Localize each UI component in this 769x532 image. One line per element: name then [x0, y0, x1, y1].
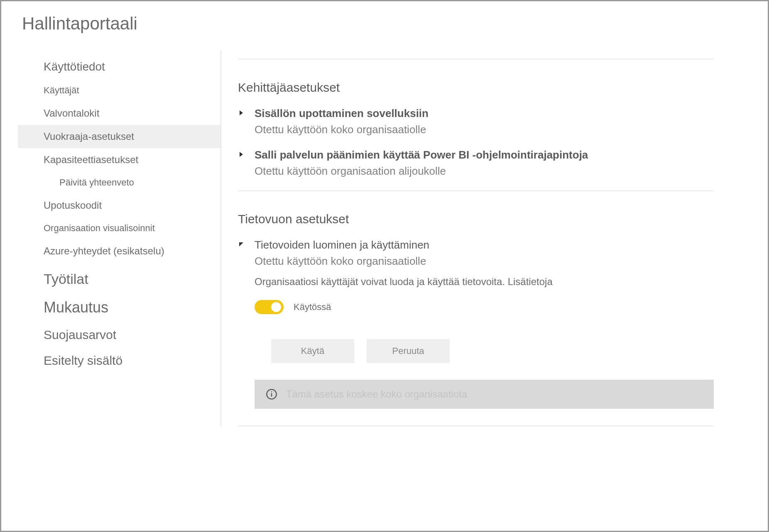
- divider: [238, 190, 714, 191]
- sidebar-item-users[interactable]: Käyttäjät: [18, 79, 220, 102]
- setting-name: Tietovoiden luominen ja käyttäminen: [255, 239, 714, 251]
- sidebar-item-refresh-summary[interactable]: Päivitä yhteenveto: [18, 171, 220, 194]
- sidebar-item-workspaces[interactable]: Työtilat: [18, 265, 220, 293]
- info-icon: [265, 388, 278, 400]
- setting-name: Sisällön upottaminen sovelluksiin: [255, 107, 714, 120]
- sidebar-item-capacity[interactable]: Kapasiteettiasetukset: [18, 148, 220, 171]
- main-content: Kehittäjäasetukset Sisällön upottaminen …: [221, 50, 751, 427]
- setting-dataflow-creation[interactable]: Tietovoiden luominen ja käyttäminen Otet…: [238, 239, 714, 409]
- setting-status: Otettu käyttöön organisaation alijoukoll…: [255, 165, 714, 178]
- caret-down-icon: [238, 239, 246, 409]
- apply-button[interactable]: Käytä: [271, 339, 354, 363]
- setting-description: Organisaatiosi käyttäjät voivat luoda ja…: [255, 276, 714, 288]
- sidebar-item-customization[interactable]: Mukautus: [18, 293, 220, 322]
- sidebar: Käyttötiedot Käyttäjät Valvontalokit Vuo…: [18, 50, 221, 427]
- info-banner: Tämä asetus koskee koko organisaatiota: [255, 380, 714, 409]
- caret-right-icon: [238, 149, 246, 178]
- enable-toggle[interactable]: [255, 300, 284, 314]
- setting-status: Otettu käyttöön koko organisaatiolle: [255, 255, 714, 268]
- page-title: Hallintaportaali: [22, 14, 751, 34]
- caret-right-icon: [238, 107, 246, 136]
- sidebar-item-featured-content[interactable]: Esitelty sisältö: [18, 348, 220, 373]
- cancel-button[interactable]: Peruuta: [367, 339, 450, 363]
- divider: [238, 59, 714, 60]
- info-text: Tämä asetus koskee koko organisaatiota: [286, 388, 467, 400]
- setting-status: Otettu käyttöön koko organisaatiolle: [255, 123, 714, 136]
- toggle-knob: [271, 302, 281, 312]
- setting-embed-content[interactable]: Sisällön upottaminen sovelluksiin Otettu…: [238, 107, 714, 136]
- dataflow-settings-title: Tietovuon asetukset: [238, 212, 714, 226]
- sidebar-item-auditlogs[interactable]: Valvontalokit: [18, 102, 220, 125]
- svg-point-2: [271, 391, 272, 392]
- toggle-label: Käytössä: [294, 302, 331, 312]
- sidebar-item-protection[interactable]: Suojausarvot: [18, 322, 220, 348]
- setting-name: Salli palvelun päänimien käyttää Power B…: [255, 149, 714, 161]
- sidebar-item-usage[interactable]: Käyttötiedot: [18, 54, 220, 79]
- divider: [238, 425, 714, 427]
- setting-service-principals[interactable]: Salli palvelun päänimien käyttää Power B…: [238, 149, 714, 178]
- sidebar-item-tenantsettings[interactable]: Vuokraaja-asetukset: [18, 125, 220, 148]
- developer-settings-title: Kehittäjäasetukset: [238, 81, 714, 95]
- sidebar-item-embedcodes[interactable]: Upotuskoodit: [18, 194, 220, 217]
- sidebar-item-org-visuals[interactable]: Organisaation visualisoinnit: [18, 217, 220, 239]
- sidebar-item-azure-connections[interactable]: Azure-yhteydet (esikatselu): [18, 239, 220, 263]
